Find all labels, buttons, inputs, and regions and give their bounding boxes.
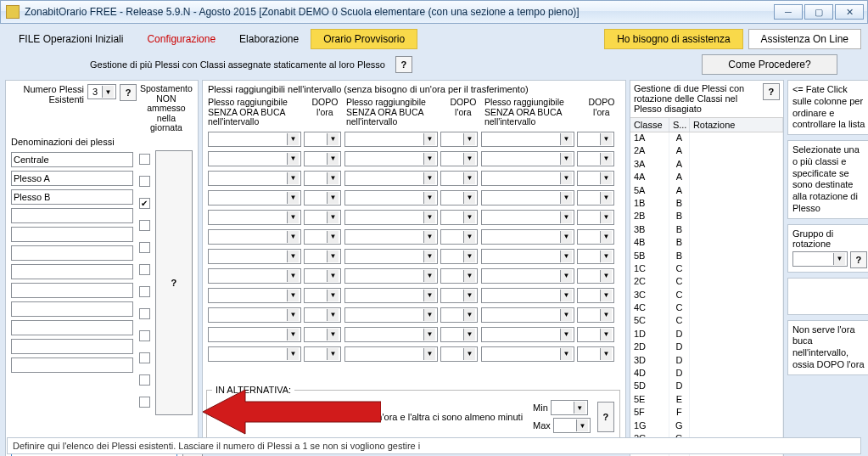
- plesso-raggiungibile-select[interactable]: ▼: [481, 327, 574, 342]
- plesso-raggiungibile-select[interactable]: ▼: [481, 229, 574, 245]
- spostamento-checkbox[interactable]: [139, 397, 150, 408]
- spostamento-checkbox[interactable]: [139, 242, 150, 253]
- plesso-raggiungibile-select[interactable]: ▼: [481, 151, 574, 166]
- num-plessi-select[interactable]: 3▼: [87, 84, 116, 99]
- dopo-ora-select[interactable]: ▼: [440, 171, 478, 186]
- help-button-plessi-list[interactable]: ?: [155, 150, 193, 415]
- spostamento-checkbox[interactable]: [139, 352, 150, 363]
- plesso-raggiungibile-select[interactable]: ▼: [344, 346, 438, 362]
- table-row[interactable]: 5CC: [630, 315, 783, 328]
- plesso-raggiungibile-select[interactable]: ▼: [208, 171, 301, 186]
- help-button-num-plessi[interactable]: ?: [120, 84, 137, 101]
- dopo-ora-select[interactable]: ▼: [440, 151, 478, 166]
- th-sez[interactable]: S...: [669, 118, 690, 132]
- table-row[interactable]: 3AA: [630, 159, 783, 172]
- table-row[interactable]: 1AA: [630, 132, 783, 145]
- dopo-ora-select[interactable]: ▼: [440, 249, 478, 264]
- plesso-raggiungibile-select[interactable]: ▼: [208, 327, 301, 342]
- gruppo-rotazione-select[interactable]: ▼: [792, 251, 848, 267]
- dopo-ora-select[interactable]: ▼: [440, 307, 478, 323]
- dopo-ora-select[interactable]: ▼: [304, 151, 341, 166]
- menu-elab[interactable]: Elaborazione: [227, 30, 311, 48]
- plesso-raggiungibile-select[interactable]: ▼: [208, 190, 301, 205]
- plesso-raggiungibile-select[interactable]: ▼: [344, 132, 438, 147]
- plesso-raggiungibile-select[interactable]: ▼: [208, 288, 301, 303]
- dopo-ora-select[interactable]: ▼: [440, 229, 478, 245]
- dopo-ora-select[interactable]: ▼: [440, 327, 478, 342]
- plesso-raggiungibile-select[interactable]: ▼: [208, 132, 301, 147]
- come-procedere-button[interactable]: Come Procedere?: [702, 54, 837, 75]
- plesso-raggiungibile-select[interactable]: ▼: [481, 249, 574, 264]
- spostamento-checkbox[interactable]: [139, 374, 150, 386]
- help-button-top[interactable]: ?: [395, 56, 412, 73]
- dopo-ora-select[interactable]: ▼: [304, 249, 341, 264]
- dopo-ora-select[interactable]: ▼: [577, 190, 614, 205]
- plesso-raggiungibile-select[interactable]: ▼: [208, 307, 301, 323]
- dopo-ora-select[interactable]: ▼: [304, 327, 341, 342]
- plesso-raggiungibile-select[interactable]: ▼: [344, 210, 438, 225]
- plesso-raggiungibile-select[interactable]: ▼: [344, 327, 438, 342]
- plesso-raggiungibile-select[interactable]: ▼: [344, 288, 438, 303]
- dopo-ora-select[interactable]: ▼: [304, 171, 341, 186]
- table-row[interactable]: 4CC: [630, 302, 783, 315]
- plesso-raggiungibile-select[interactable]: ▼: [344, 307, 438, 323]
- plesso-raggiungibile-select[interactable]: ▼: [208, 151, 301, 166]
- th-classe[interactable]: Classe: [630, 118, 669, 132]
- dopo-ora-select[interactable]: ▼: [304, 346, 341, 362]
- plesso-raggiungibile-select[interactable]: ▼: [208, 210, 301, 225]
- plesso-raggiungibile-select[interactable]: ▼: [344, 268, 438, 284]
- spostamento-checkbox[interactable]: [139, 220, 150, 231]
- dopo-ora-select[interactable]: ▼: [304, 190, 341, 205]
- dopo-ora-select[interactable]: ▼: [304, 288, 341, 303]
- table-row[interactable]: 3DD: [630, 355, 783, 368]
- table-row[interactable]: 1BB: [630, 198, 783, 211]
- table-row[interactable]: 1DD: [630, 329, 783, 341]
- plesso-raggiungibile-select[interactable]: ▼: [208, 346, 301, 362]
- dopo-ora-select[interactable]: ▼: [304, 307, 341, 323]
- help-button-gruppo[interactable]: ?: [850, 251, 867, 268]
- table-row[interactable]: 2BB: [630, 211, 783, 223]
- dopo-ora-select[interactable]: ▼: [577, 268, 614, 284]
- spostamento-checkbox[interactable]: [139, 286, 150, 297]
- menu-assistenza[interactable]: Ho bisogno di assistenza: [604, 29, 742, 49]
- plesso-name-input[interactable]: [11, 171, 133, 186]
- dopo-ora-select[interactable]: ▼: [304, 268, 341, 284]
- spostamento-checkbox[interactable]: [139, 154, 150, 165]
- plesso-raggiungibile-select[interactable]: ▼: [481, 307, 574, 323]
- dopo-ora-select[interactable]: ▼: [440, 288, 478, 303]
- classi-table[interactable]: Classe S... Rotazione 1AA2AA3AA4AA5AA1BB…: [630, 117, 783, 456]
- help-button-right[interactable]: ?: [763, 83, 780, 100]
- menu-config[interactable]: Configurazione: [135, 30, 227, 48]
- dopo-ora-select[interactable]: ▼: [577, 210, 614, 225]
- plesso-raggiungibile-select[interactable]: ▼: [481, 132, 574, 147]
- plesso-name-input[interactable]: [11, 339, 133, 354]
- dopo-ora-select[interactable]: ▼: [577, 171, 614, 186]
- plesso-name-input[interactable]: [11, 152, 133, 167]
- dopo-ora-select[interactable]: ▼: [304, 132, 341, 147]
- spostamento-checkbox[interactable]: ✔: [139, 198, 150, 209]
- table-row[interactable]: 2CC: [630, 276, 783, 289]
- table-row[interactable]: 4BB: [630, 237, 783, 250]
- dopo-ora-select[interactable]: ▼: [304, 229, 341, 245]
- table-row[interactable]: 5DD: [630, 380, 783, 393]
- plesso-name-input[interactable]: [11, 301, 133, 317]
- plesso-raggiungibile-select[interactable]: ▼: [481, 171, 574, 186]
- max-select[interactable]: ▼: [553, 418, 591, 433]
- plesso-name-input[interactable]: [11, 264, 133, 279]
- plesso-name-input[interactable]: [11, 227, 133, 242]
- plesso-name-input[interactable]: [11, 283, 133, 298]
- plesso-raggiungibile-select[interactable]: ▼: [481, 346, 574, 362]
- dopo-ora-select[interactable]: ▼: [304, 210, 341, 225]
- menu-assistenza-online[interactable]: Assistenza On Line: [748, 29, 861, 49]
- spostamento-checkbox[interactable]: [139, 330, 150, 341]
- maximize-button[interactable]: ▢: [804, 4, 833, 20]
- table-row[interactable]: 5BB: [630, 251, 783, 263]
- min-select[interactable]: ▼: [551, 400, 588, 415]
- plesso-raggiungibile-select[interactable]: ▼: [344, 151, 438, 166]
- dopo-ora-select[interactable]: ▼: [577, 288, 614, 303]
- dopo-ora-select[interactable]: ▼: [440, 190, 478, 205]
- plesso-raggiungibile-select[interactable]: ▼: [481, 288, 574, 303]
- table-row[interactable]: 3BB: [630, 224, 783, 237]
- dopo-ora-select[interactable]: ▼: [577, 327, 614, 342]
- plesso-raggiungibile-select[interactable]: ▼: [344, 190, 438, 205]
